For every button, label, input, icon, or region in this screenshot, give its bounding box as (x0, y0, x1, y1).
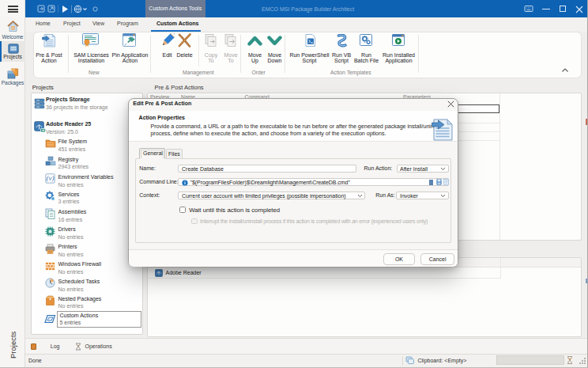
svg-text:(v): (v) (46, 175, 54, 183)
